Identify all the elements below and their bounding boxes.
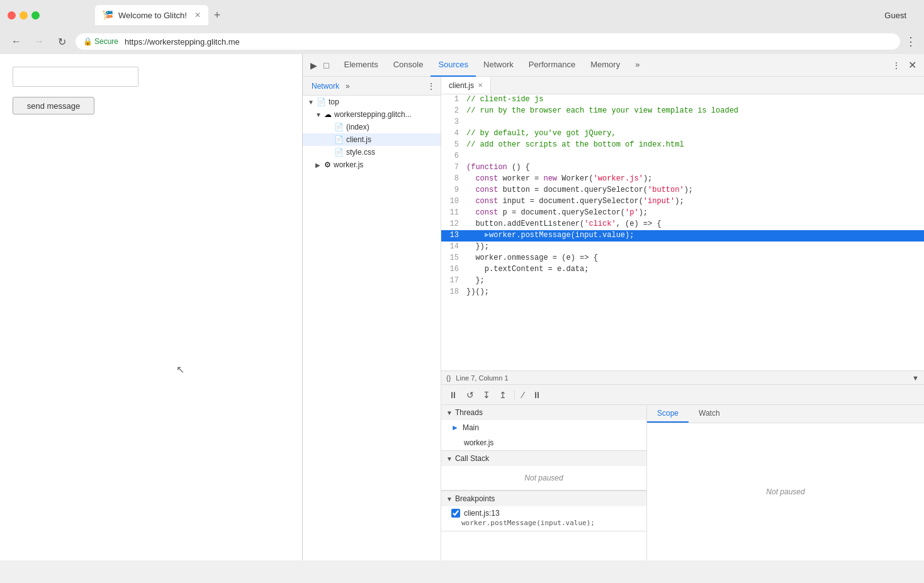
breakpoints-label: Breakpoints	[455, 494, 495, 503]
line-num-16: 16	[441, 264, 464, 274]
async-button[interactable]: ⏸	[530, 389, 544, 401]
message-input[interactable]	[13, 67, 138, 87]
collapse-button[interactable]: ▼	[912, 374, 919, 382]
callstack-section: ▼ Call Stack Not paused	[441, 451, 646, 491]
scope-tab[interactable]: Scope	[647, 405, 689, 423]
js-file-icon: 📄	[334, 135, 344, 144]
address-input[interactable]: 🔒 Secure https://workerstepping.glitch.m…	[76, 33, 900, 50]
code-line-4: 4 // by default, you've got jQuery,	[441, 128, 924, 140]
devtools-tabs: Elements Console Sources Network Perform…	[336, 54, 884, 77]
panel-tab-network[interactable]: Network	[308, 81, 343, 92]
line-num-13: 13	[441, 230, 464, 240]
inspect-element-button[interactable]: ▶	[308, 58, 320, 73]
file-tree: ▼ 📄 top ▼ ☁ workerstepping.glitch... 📄	[303, 96, 441, 560]
tree-item-clientjs[interactable]: 📄 client.js	[303, 133, 441, 146]
tab-console[interactable]: Console	[386, 54, 431, 77]
devtools-header-icons: ▶ □	[303, 58, 336, 73]
tab-more[interactable]: »	[628, 54, 647, 77]
editor-tabs: client.js ✕	[441, 77, 924, 94]
tree-item-index[interactable]: 📄 (index)	[303, 121, 441, 133]
tree-label-top: top	[329, 97, 339, 106]
devtools-left-panel: Network » ⋮ ▼ 📄 top ▼ ☁ workerstep	[303, 77, 441, 560]
debugger-left: ▼ Threads ► Main worker.js	[441, 405, 647, 560]
thread-main-arrow: ►	[451, 423, 459, 432]
line-content-1: // client-side js	[464, 94, 546, 104]
tab-sources[interactable]: Sources	[431, 54, 476, 77]
line-num-9: 9	[441, 185, 464, 195]
step-into-button[interactable]: ↧	[480, 389, 493, 401]
tab-favicon: 🎏	[103, 10, 113, 20]
breakpoints-header[interactable]: ▼ Breakpoints	[441, 491, 646, 506]
editor-tab-clientjs[interactable]: client.js ✕	[441, 77, 491, 94]
threads-header[interactable]: ▼ Threads	[441, 405, 646, 420]
breakpoint-checkbox[interactable]	[451, 509, 460, 518]
lock-icon: 🔒	[83, 37, 93, 46]
tab-title: Welcome to Glitch!	[118, 11, 189, 20]
line-content-10: const input = document.querySelector('in…	[464, 196, 687, 206]
code-line-3: 3	[441, 117, 924, 128]
reload-button[interactable]: ↻	[53, 33, 70, 50]
step-out-button[interactable]: ↥	[497, 389, 509, 401]
step-over-button[interactable]: ↺	[464, 389, 476, 401]
status-text: Line 7, Column 1	[456, 374, 508, 382]
tab-memory[interactable]: Memory	[583, 54, 628, 77]
threads-label: Threads	[455, 408, 483, 417]
code-line-8: 8 const worker = new Worker('worker.js')…	[441, 174, 924, 185]
status-bar: {} Line 7, Column 1 ▼	[441, 370, 924, 384]
breakpoint-label: client.js:13	[464, 509, 500, 518]
pause-resume-button[interactable]: ⏸	[446, 389, 460, 401]
tab-performance[interactable]: Performance	[521, 54, 583, 77]
thread-main[interactable]: ► Main	[441, 420, 646, 435]
line-content-5: // add other scripts at the bottom of in…	[464, 140, 687, 150]
tab-network[interactable]: Network	[476, 54, 521, 77]
breakpoint-code: worker.postMessage(input.value);	[451, 518, 636, 528]
line-num-10: 10	[441, 196, 464, 206]
responsive-mode-button[interactable]: □	[321, 58, 331, 73]
line-content-16: p.textContent = e.data;	[464, 264, 591, 274]
code-area[interactable]: 1 // client-side js 2 // run by the brow…	[441, 94, 924, 370]
callstack-header[interactable]: ▼ Call Stack	[441, 451, 646, 466]
deactivate-breakpoints-button[interactable]: ⁄	[520, 389, 526, 401]
tab-elements[interactable]: Elements	[336, 54, 385, 77]
debugger-content: ▼ Threads ► Main worker.js	[441, 405, 924, 560]
code-line-6: 6	[441, 151, 924, 162]
line-num-4: 4	[441, 128, 464, 138]
minimize-traffic-light[interactable]	[20, 11, 28, 19]
line-content-11: const p = document.querySelector('p');	[464, 208, 650, 218]
threads-arrow: ▼	[446, 409, 453, 416]
tree-item-workerstepping[interactable]: ▼ ☁ workerstepping.glitch...	[303, 108, 441, 121]
thread-main-label: Main	[463, 423, 479, 432]
line-num-3: 3	[441, 117, 464, 127]
close-traffic-light[interactable]	[8, 11, 16, 19]
line-content-4: // by default, you've got jQuery,	[464, 128, 619, 138]
send-message-button[interactable]: send message	[13, 97, 94, 114]
line-content-18: })();	[464, 287, 492, 297]
editor-tab-close[interactable]: ✕	[478, 82, 483, 89]
panel-menu-button[interactable]: ⋮	[427, 81, 436, 91]
line-num-14: 14	[441, 242, 464, 252]
callstack-label: Call Stack	[455, 454, 489, 463]
tab-close-button[interactable]: ✕	[194, 11, 201, 19]
devtools-settings-button[interactable]: ⋮	[889, 58, 903, 73]
back-button[interactable]: ←	[8, 33, 25, 50]
forward-button[interactable]: →	[30, 33, 48, 50]
scope-content: Not paused	[647, 423, 924, 560]
browser-more-button[interactable]: ⋮	[905, 35, 916, 48]
thread-workerjs[interactable]: worker.js	[441, 435, 646, 450]
watch-tab[interactable]: Watch	[689, 405, 730, 423]
new-tab-button[interactable]: +	[208, 6, 226, 24]
breakpoints-section: ▼ Breakpoints client.js:13 worker.postMe…	[441, 491, 646, 531]
tree-item-workerjs[interactable]: ▶ ⚙ worker.js	[303, 158, 441, 171]
breakpoint-item-1: client.js:13 worker.postMessage(input.va…	[441, 506, 646, 531]
browser-tab[interactable]: 🎏 Welcome to Glitch! ✕	[95, 5, 208, 25]
panel-more-button[interactable]: »	[346, 82, 350, 91]
left-panel-header: Network » ⋮	[303, 77, 441, 96]
worker-js-icon: ⚙	[324, 160, 331, 169]
breakpoints-arrow: ▼	[446, 496, 453, 502]
devtools-close-button[interactable]: ✕	[906, 57, 919, 74]
tree-item-stylecss[interactable]: 📄 style.css	[303, 146, 441, 158]
maximize-traffic-light[interactable]	[31, 11, 40, 19]
tree-item-top[interactable]: ▼ 📄 top	[303, 96, 441, 108]
code-line-15: 15 worker.onmessage = (e) => {	[441, 253, 924, 264]
cursor-indicator: ↖	[176, 364, 184, 375]
